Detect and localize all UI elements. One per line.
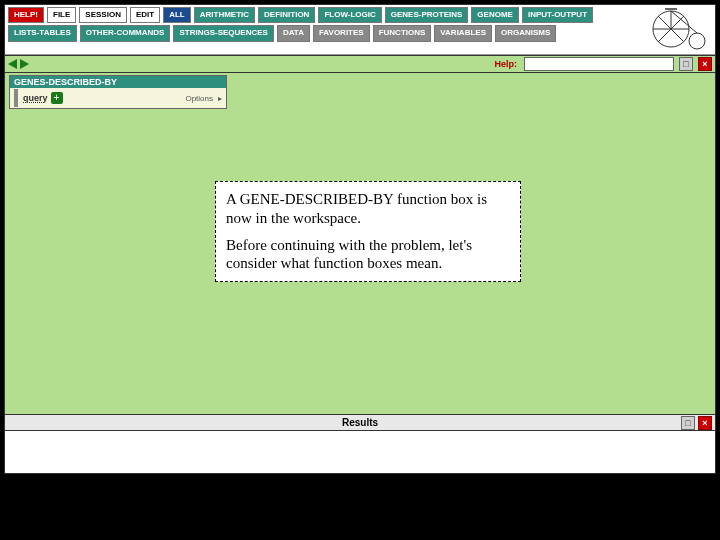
menubar: HELP!FILESESSIONEDITALLARITHMETICDEFINIT… [5, 5, 715, 55]
menu-edit[interactable]: EDIT [130, 7, 160, 23]
back-arrow-icon[interactable] [8, 59, 17, 69]
drag-handle-icon[interactable] [14, 89, 18, 107]
svg-line-9 [671, 11, 697, 33]
menu-strings-sequences[interactable]: STRINGS-SEQUENCES [173, 25, 273, 41]
menu-arithmetic[interactable]: ARITHMETIC [194, 7, 255, 23]
svg-line-5 [671, 29, 684, 42]
help-label: Help: [495, 59, 518, 69]
svg-line-6 [658, 29, 671, 42]
workspace[interactable]: GENES-DESCRIBED-BY query + Options ▸ A G… [5, 73, 715, 415]
menu-variables[interactable]: VARIABLES [434, 25, 492, 41]
function-options-label[interactable]: Options [185, 94, 213, 103]
menu-favorites[interactable]: FAVORITES [313, 25, 370, 41]
function-box-title[interactable]: GENES-DESCRIBED-BY [10, 76, 226, 88]
chevron-icon[interactable]: ▸ [218, 94, 222, 103]
bicycle-logo [649, 7, 709, 51]
menu-organisms[interactable]: ORGANISMS [495, 25, 556, 41]
menu-functions[interactable]: FUNCTIONS [373, 25, 432, 41]
tutorial-callout: A GENE-DESCRIBED-BY function box is now … [215, 181, 521, 282]
menu-flow-logic[interactable]: FLOW-LOGIC [318, 7, 381, 23]
svg-point-1 [689, 33, 705, 49]
menu-definition[interactable]: DEFINITION [258, 7, 315, 23]
results-panel [5, 431, 715, 473]
workspace-toolbar: Help: □ × [5, 55, 715, 73]
help-input[interactable] [524, 57, 674, 71]
forward-arrow-icon[interactable] [20, 59, 29, 69]
function-field-label[interactable]: query [23, 93, 48, 103]
menu-help-[interactable]: HELP! [8, 7, 44, 23]
menu-lists-tables[interactable]: LISTS-TABLES [8, 25, 77, 41]
function-box-body: query + Options ▸ [10, 88, 226, 108]
results-title: Results [342, 417, 378, 428]
svg-line-7 [671, 16, 684, 29]
menu-input-output[interactable]: INPUT-OUTPUT [522, 7, 593, 23]
menu-genome[interactable]: GENOME [471, 7, 519, 23]
menu-genes-proteins[interactable]: GENES-PROTEINS [385, 7, 469, 23]
tutorial-text-1: A GENE-DESCRIBED-BY function box is now … [226, 190, 510, 228]
close-button[interactable]: × [698, 57, 712, 71]
function-box[interactable]: GENES-DESCRIBED-BY query + Options ▸ [9, 75, 227, 109]
results-maximize-button[interactable]: □ [681, 416, 695, 430]
menu-other-commands[interactable]: OTHER-COMMANDS [80, 25, 171, 41]
results-titlebar: Results □ × [5, 415, 715, 431]
add-icon[interactable]: + [51, 92, 63, 104]
menu-data[interactable]: DATA [277, 25, 310, 41]
maximize-button[interactable]: □ [679, 57, 693, 71]
menu-session[interactable]: SESSION [79, 7, 127, 23]
svg-line-8 [658, 16, 671, 29]
tutorial-text-2: Before continuing with the problem, let'… [226, 236, 510, 274]
menu-file[interactable]: FILE [47, 7, 76, 23]
menu-row-2: LISTS-TABLESOTHER-COMMANDSSTRINGS-SEQUEN… [8, 25, 712, 41]
app-frame: HELP!FILESESSIONEDITALLARITHMETICDEFINIT… [4, 4, 716, 474]
menu-row-1: HELP!FILESESSIONEDITALLARITHMETICDEFINIT… [8, 7, 712, 23]
results-close-button[interactable]: × [698, 416, 712, 430]
menu-all[interactable]: ALL [163, 7, 191, 23]
